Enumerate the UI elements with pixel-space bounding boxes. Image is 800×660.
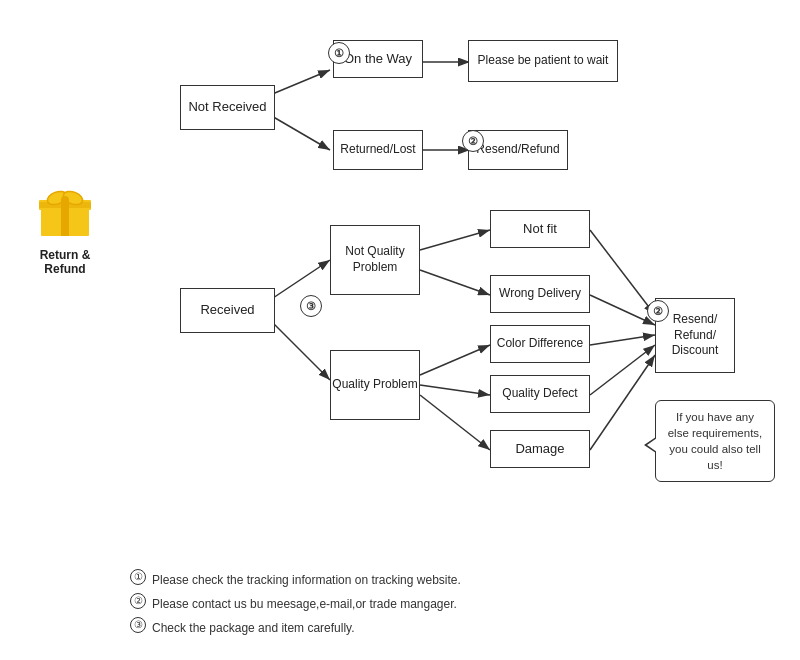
svg-line-12 (270, 260, 330, 300)
damage-box: Damage (490, 430, 590, 468)
returned-lost-box: Returned/Lost (333, 130, 423, 170)
svg-line-15 (420, 270, 490, 295)
svg-line-14 (420, 230, 490, 250)
svg-line-22 (590, 345, 655, 395)
svg-line-19 (590, 230, 655, 315)
circle-2-right: ② (647, 300, 669, 322)
circle-2-top: ② (462, 130, 484, 152)
speech-bubble: If you have any else requirements, you c… (655, 400, 775, 482)
color-difference-box: Color Difference (490, 325, 590, 363)
received-box: Received (180, 288, 275, 333)
icon-label: Return & Refund (20, 248, 110, 276)
svg-line-23 (590, 355, 655, 450)
icon-area: Return & Refund (20, 180, 110, 276)
note-circle-1: ① (130, 569, 146, 585)
note-text-1: Please check the tracking information on… (152, 568, 461, 592)
footer-note-3: ③ Check the package and item carefully. (130, 616, 461, 640)
circle-1-top: ① (328, 42, 350, 64)
not-fit-box: Not fit (490, 210, 590, 248)
flowchart: Not Received ① On the Way Please be pati… (100, 20, 780, 580)
please-wait-box: Please be patient to wait (468, 40, 618, 82)
wrong-delivery-box: Wrong Delivery (490, 275, 590, 313)
note-circle-3: ③ (130, 617, 146, 633)
footer-note-2: ② Please contact us bu meesage,e-mail,or… (130, 592, 461, 616)
svg-line-21 (590, 335, 655, 345)
svg-line-18 (420, 395, 490, 450)
svg-line-9 (270, 115, 330, 150)
not-received-box: Not Received (180, 85, 275, 130)
svg-point-6 (61, 196, 69, 204)
svg-line-20 (590, 295, 655, 325)
footer-notes: ① Please check the tracking information … (130, 568, 461, 640)
note-text-2: Please contact us bu meesage,e-mail,or t… (152, 592, 457, 616)
circle-3: ③ (300, 295, 322, 317)
svg-line-8 (270, 70, 330, 95)
page-container: Return & Refund (0, 0, 800, 660)
quality-defect-box: Quality Defect (490, 375, 590, 413)
not-quality-problem-box: Not Quality Problem (330, 225, 420, 295)
svg-line-16 (420, 345, 490, 375)
footer-note-1: ① Please check the tracking information … (130, 568, 461, 592)
gift-svg-icon (35, 180, 95, 240)
note-text-3: Check the package and item carefully. (152, 616, 355, 640)
svg-line-17 (420, 385, 490, 395)
svg-line-13 (270, 320, 330, 380)
quality-problem-box: Quality Problem (330, 350, 420, 420)
note-circle-2: ② (130, 593, 146, 609)
